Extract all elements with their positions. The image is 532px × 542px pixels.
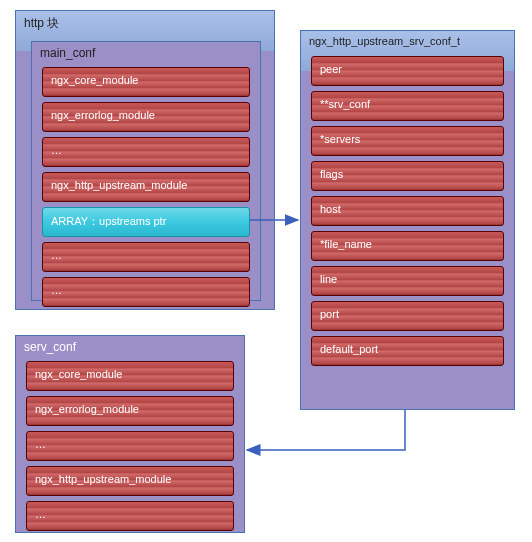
main-conf-item: … bbox=[42, 242, 250, 272]
upstream-field: flags bbox=[311, 161, 504, 191]
serv-conf-title: serv_conf bbox=[16, 336, 244, 358]
serv-conf-item: ngx_http_upstream_module bbox=[26, 466, 234, 496]
main-conf-box: main_conf ngx_core_module ngx_errorlog_m… bbox=[31, 41, 261, 301]
upstream-field: *file_name bbox=[311, 231, 504, 261]
main-conf-item: … bbox=[42, 137, 250, 167]
upstream-srv-conf-list: peer **srv_conf *servers flags host *fil… bbox=[311, 56, 504, 371]
main-conf-list: ngx_core_module ngx_errorlog_module … ng… bbox=[42, 67, 250, 312]
main-conf-item: ngx_http_upstream_module bbox=[42, 172, 250, 202]
upstream-field: default_port bbox=[311, 336, 504, 366]
main-conf-item: ngx_errorlog_module bbox=[42, 102, 250, 132]
http-block-box: http 块 main_conf ngx_core_module ngx_err… bbox=[15, 10, 275, 310]
upstream-srv-conf-box: ngx_http_upstream_srv_conf_t peer **srv_… bbox=[300, 30, 515, 410]
upstream-field: *servers bbox=[311, 126, 504, 156]
serv-conf-item: ngx_errorlog_module bbox=[26, 396, 234, 426]
serv-conf-item: … bbox=[26, 431, 234, 461]
upstream-field: port bbox=[311, 301, 504, 331]
main-conf-item: … bbox=[42, 277, 250, 307]
main-conf-item: ngx_core_module bbox=[42, 67, 250, 97]
upstream-field: line bbox=[311, 266, 504, 296]
arrow-srvconf-back bbox=[247, 410, 405, 450]
main-conf-title: main_conf bbox=[32, 42, 260, 64]
upstream-field: host bbox=[311, 196, 504, 226]
serv-conf-list: ngx_core_module ngx_errorlog_module … ng… bbox=[26, 361, 234, 536]
serv-conf-item: ngx_core_module bbox=[26, 361, 234, 391]
upstream-field: peer bbox=[311, 56, 504, 86]
main-conf-item-highlight: ARRAY：upstreams ptr bbox=[42, 207, 250, 237]
http-block-title: http 块 bbox=[16, 11, 274, 36]
serv-conf-item: … bbox=[26, 501, 234, 531]
upstream-srv-conf-title: ngx_http_upstream_srv_conf_t bbox=[301, 31, 514, 51]
upstream-field: **srv_conf bbox=[311, 91, 504, 121]
serv-conf-box: serv_conf ngx_core_module ngx_errorlog_m… bbox=[15, 335, 245, 533]
